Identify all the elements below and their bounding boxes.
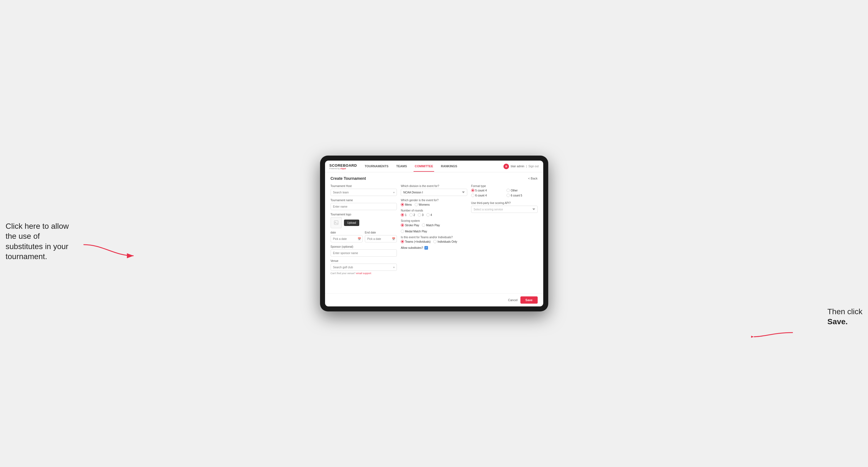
date-row: date 📅 End date 📅 <box>331 231 397 242</box>
scoring-api-label: Use third-party live scoring API? <box>471 201 538 205</box>
venue-label: Venue <box>331 259 397 262</box>
sponsor-label: Sponsor (optional) <box>331 245 397 248</box>
logo-area: SCOREBOARD Powered by clippd <box>330 163 357 169</box>
nav-committee[interactable]: COMMITTEE <box>413 161 434 172</box>
venue-input[interactable] <box>331 263 397 271</box>
venue-group: Venue ▾ Can't find your venue? email sup… <box>331 259 397 275</box>
page-content: Create Tournament < Back Tournament Host… <box>325 172 543 293</box>
scoring-api-group: Use third-party live scoring API? Select… <box>471 201 538 213</box>
logo-upload-area: Upload <box>331 217 397 228</box>
rounds-4-radio <box>426 213 430 217</box>
gender-womens-radio <box>415 203 418 206</box>
tournament-logo-group: Tournament logo Upload <box>331 213 397 228</box>
annotation-right: Then click Save. <box>827 307 862 327</box>
scoring-stroke-radio <box>401 223 404 227</box>
sign-out-link[interactable]: Sign out <box>528 165 539 168</box>
end-date-label: End date <box>365 231 397 234</box>
format-other[interactable]: Other <box>506 189 537 192</box>
rounds-1[interactable]: 1 <box>401 213 407 217</box>
format-6count5[interactable]: 6 count 5 <box>506 194 537 197</box>
tournament-name-input[interactable] <box>331 203 397 210</box>
nav-separator: | <box>526 165 527 168</box>
scoring-medal-match[interactable]: Medal Match Play <box>401 229 427 233</box>
rounds-2-radio <box>409 213 413 217</box>
format-type-label: Format type <box>471 185 538 188</box>
username: blair admin <box>511 165 524 168</box>
tablet-device: SCOREBOARD Powered by clippd TOURNAMENTS… <box>320 156 548 311</box>
scoring-stroke[interactable]: Stroke Play <box>401 223 419 227</box>
format-5count4[interactable]: 5 count 4 <box>471 189 502 192</box>
rounds-3-radio <box>418 213 421 217</box>
page-title: Create Tournament <box>331 176 366 181</box>
annotation-left: Click here to allow the use of substitut… <box>6 221 78 262</box>
rounds-3[interactable]: 3 <box>418 213 424 217</box>
host-dropdown-icon: ▾ <box>393 191 395 194</box>
gender-mens[interactable]: Mens <box>401 203 412 206</box>
event-type-group: Is this event for Teams and/or Individua… <box>401 236 467 243</box>
gender-radio-group: Mens Womens <box>401 203 467 206</box>
format-other-radio <box>506 189 510 192</box>
rounds-2[interactable]: 2 <box>409 213 415 217</box>
avatar: B <box>503 164 509 169</box>
scoring-system-label: Scoring system <box>401 219 467 222</box>
format-5count4-radio <box>471 189 474 192</box>
upload-button[interactable]: Upload <box>344 220 360 226</box>
tournament-name-label: Tournament name <box>331 199 397 202</box>
rounds-4[interactable]: 4 <box>426 213 432 217</box>
substitutes-label: Allow substitutes? <box>401 246 423 249</box>
start-date-wrap: 📅 <box>331 235 363 242</box>
email-support-link[interactable]: email support <box>356 272 371 275</box>
form-col-1: Tournament Host ▾ Tournament name Tourna… <box>331 185 397 278</box>
scoring-api-select[interactable]: Select a scoring service <box>471 206 538 213</box>
tournament-host-label: Tournament Host <box>331 185 397 188</box>
end-date-icon: 📅 <box>392 238 395 241</box>
format-6count4[interactable]: 6 count 4 <box>471 194 502 197</box>
format-6count5-radio <box>506 194 510 197</box>
rounds-radio-group: 1 2 3 4 <box>401 213 467 217</box>
gender-group: Which gender is the event for? Mens Wome… <box>401 199 467 206</box>
nav-user: B blair admin | Sign out <box>503 164 538 169</box>
rounds-1-radio <box>401 213 404 217</box>
format-6count4-radio <box>471 194 474 197</box>
division-label: Which division is the event for? <box>401 185 467 188</box>
back-button[interactable]: < Back <box>528 177 538 180</box>
arrow-right-icon <box>751 324 796 341</box>
scoring-system-group: Scoring system Stroke Play Match Play <box>401 219 467 233</box>
logo-placeholder <box>331 217 342 228</box>
sponsor-group: Sponsor (optional) <box>331 245 397 257</box>
event-teams[interactable]: Teams (+Individuals) <box>401 240 431 243</box>
gender-mens-radio <box>401 203 404 206</box>
gender-womens[interactable]: Womens <box>415 203 430 206</box>
scoring-medal-radio <box>401 229 404 233</box>
substitutes-item: Allow substitutes? <box>401 246 467 250</box>
nav-links: TOURNAMENTS TEAMS COMMITTEE RANKINGS <box>364 161 503 172</box>
event-individuals[interactable]: Individuals Only <box>433 240 457 243</box>
gender-label: Which gender is the event for? <box>401 199 467 202</box>
substitutes-checkbox[interactable] <box>425 246 428 250</box>
scoring-match-radio <box>422 223 425 227</box>
start-date-group: date 📅 <box>331 231 363 242</box>
sponsor-input[interactable] <box>331 249 397 257</box>
nav-teams[interactable]: TEAMS <box>395 161 408 172</box>
svg-point-3 <box>335 222 336 223</box>
logo-powered: Powered by clippd <box>330 167 357 169</box>
navbar: SCOREBOARD Powered by clippd TOURNAMENTS… <box>325 161 543 172</box>
nav-tournaments[interactable]: TOURNAMENTS <box>364 161 389 172</box>
tournament-host-group: Tournament Host ▾ <box>331 185 397 196</box>
scoring-match[interactable]: Match Play <box>422 223 440 227</box>
tournament-logo-label: Tournament logo <box>331 213 397 216</box>
logo-text: SCOREBOARD <box>330 163 357 167</box>
tournament-host-input[interactable] <box>331 189 397 196</box>
event-individuals-radio <box>433 240 437 243</box>
rounds-group: Number of rounds 1 2 <box>401 209 467 217</box>
rounds-label: Number of rounds <box>401 209 467 212</box>
division-select[interactable]: NCAA Division I <box>401 189 467 196</box>
page-header: Create Tournament < Back <box>331 176 538 181</box>
cancel-button[interactable]: Cancel <box>508 298 518 302</box>
logo-brand: clippd <box>340 167 346 169</box>
nav-rankings[interactable]: RANKINGS <box>440 161 458 172</box>
save-button[interactable]: Save <box>520 297 538 304</box>
tablet-screen: SCOREBOARD Powered by clippd TOURNAMENTS… <box>325 161 543 306</box>
event-type-label: Is this event for Teams and/or Individua… <box>401 236 467 239</box>
form-col-2: Which division is the event for? NCAA Di… <box>401 185 467 278</box>
